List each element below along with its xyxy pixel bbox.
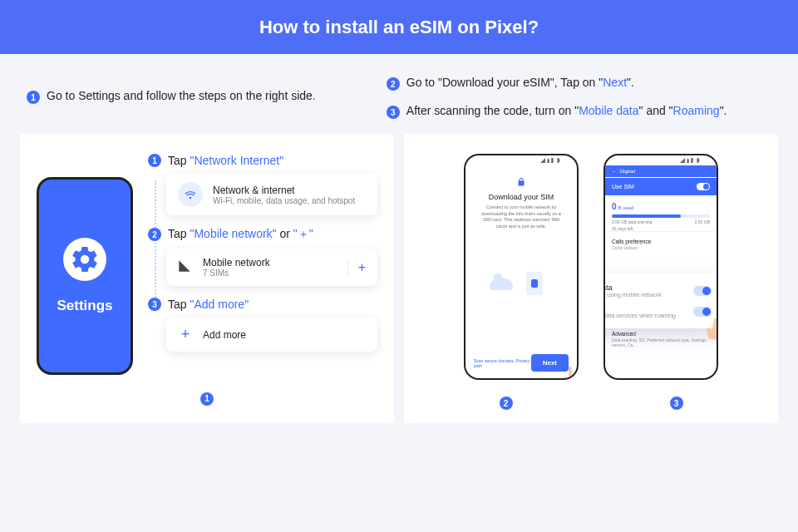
back-arrow-icon[interactable]: ← bbox=[612, 169, 617, 174]
settings-phone: Settings bbox=[37, 177, 133, 375]
mobile-data-toggle[interactable] bbox=[693, 286, 712, 296]
card-title: Mobile network bbox=[203, 257, 270, 268]
card-title: Add more bbox=[203, 329, 246, 341]
roaming-sub: Connect to data services when roaming bbox=[603, 313, 676, 318]
step1-badge: 1 bbox=[148, 154, 161, 167]
toggle-on-icon[interactable] bbox=[697, 183, 710, 190]
next-link: Next bbox=[603, 76, 627, 89]
panels: Settings 1 Tap "Network Internet" Networ… bbox=[0, 134, 798, 446]
carrier-name: Digicel bbox=[620, 169, 635, 174]
intro-left: 1 Go to Settings and follow the steps on… bbox=[27, 76, 362, 119]
data-toggles-overlay: Mobile data Access data using mobile net… bbox=[603, 273, 718, 328]
footer-badge-3: 3 bbox=[670, 397, 683, 410]
data-usage-section: 0 B used 2.00 GB data warning2.00 GB 30 … bbox=[605, 195, 717, 231]
intro-right: 2 Go to "Download your eSIM", Tap on "Ne… bbox=[387, 76, 771, 119]
page-header: How to install an eSIM on Pixel? bbox=[0, 0, 798, 54]
pointer-hand-icon bbox=[562, 365, 579, 380]
gear-icon bbox=[63, 238, 106, 281]
card-sub: Wi-Fi, mobile, data usage, and hotspot bbox=[213, 196, 355, 205]
page-title: How to install an eSIM on Pixel? bbox=[259, 17, 539, 38]
data-settings-phone: ←Digicel Use SIM 0 B used 2.00 GB data w… bbox=[603, 154, 718, 380]
step3-badge: 3 bbox=[148, 298, 161, 311]
badge-1: 1 bbox=[27, 91, 40, 104]
network-internet-card[interactable]: Network & internet Wi-Fi, mobile, data u… bbox=[166, 174, 377, 215]
data-meter bbox=[612, 214, 710, 218]
card-sub: 7 SIMs bbox=[203, 268, 270, 278]
privacy-links[interactable]: Scan secure domains. Privacy path bbox=[474, 358, 531, 368]
roaming-title: Roaming bbox=[603, 304, 676, 313]
signal-icon bbox=[178, 259, 193, 275]
intro-step3: 3 After scanning the code, turn on "Mobi… bbox=[387, 104, 771, 119]
status-bar bbox=[605, 155, 717, 165]
panel-2: Download your SIM Connect to your mobile… bbox=[404, 134, 778, 423]
network-internet-link: "Network Internet" bbox=[190, 154, 283, 167]
download-text: Connect to your mobile network by downlo… bbox=[474, 204, 569, 230]
data-used-label: B used bbox=[618, 205, 634, 210]
add-more-link: "Add more" bbox=[190, 298, 249, 311]
card-title: Network & internet bbox=[213, 185, 355, 196]
intro-section: 1 Go to Settings and follow the steps on… bbox=[0, 54, 798, 134]
settings-label: Settings bbox=[57, 298, 112, 314]
plus-icon[interactable]: + bbox=[347, 260, 366, 275]
wifi-icon bbox=[178, 182, 203, 207]
roaming-link: Roaming bbox=[673, 104, 720, 117]
mobile-data-row[interactable]: Mobile data Access data using mobile net… bbox=[603, 280, 712, 301]
panel1-footer: 1 bbox=[37, 390, 377, 406]
mobile-data-title: Mobile data bbox=[603, 283, 662, 292]
data-used-value: 0 bbox=[612, 202, 617, 211]
mobile-network-card[interactable]: Mobile network 7 SIMs + bbox=[166, 249, 377, 286]
sim-card-icon bbox=[526, 272, 543, 295]
badge-2: 2 bbox=[387, 77, 400, 91]
panel1-step2: 2 Tap "Mobile network" or "＋" Mobile net… bbox=[148, 227, 377, 286]
lock-icon bbox=[474, 177, 569, 188]
intro-step1-text: Go to Settings and follow the steps on t… bbox=[47, 89, 316, 102]
footer-badge-1: 1 bbox=[200, 392, 214, 406]
intro-step2: 2 Go to "Download your eSIM", Tap on "Ne… bbox=[387, 76, 771, 91]
use-sim-row[interactable]: Use SIM bbox=[605, 178, 717, 195]
download-title: Download your SIM bbox=[474, 193, 569, 201]
download-sim-phone: Download your SIM Connect to your mobile… bbox=[464, 154, 579, 380]
mobile-network-link: "Mobile network" bbox=[190, 227, 276, 240]
panel-1: Settings 1 Tap "Network Internet" Networ… bbox=[20, 134, 394, 423]
roaming-row[interactable]: Roaming Connect to data services when ro… bbox=[603, 301, 712, 322]
add-more-card[interactable]: + Add more bbox=[166, 318, 377, 352]
mobile-data-link: Mobile data bbox=[579, 104, 638, 117]
plus-link: "＋" bbox=[293, 227, 313, 240]
intro-step2-text: Go to "Download your eSIM", Tap on "Next… bbox=[406, 76, 634, 89]
cloud-icon bbox=[490, 278, 513, 290]
badge-3: 3 bbox=[387, 106, 400, 119]
step2-badge: 2 bbox=[148, 228, 161, 241]
status-bar bbox=[466, 155, 577, 165]
panel1-step1: 1 Tap "Network Internet" Network & inter… bbox=[148, 154, 377, 215]
carrier-header: ←Digicel bbox=[605, 165, 717, 177]
panel2-footer: 2 3 bbox=[421, 395, 761, 410]
calls-pref-row[interactable]: Calls preference China Unicom bbox=[605, 231, 717, 257]
plus-icon: + bbox=[178, 326, 193, 343]
panel1-step3: 3 Tap "Add more" + Add more bbox=[148, 298, 377, 352]
download-graphic bbox=[488, 262, 554, 295]
footer-badge-2: 2 bbox=[500, 397, 513, 410]
mobile-data-sub: Access data using mobile network bbox=[603, 292, 662, 298]
panel1-steps: 1 Tap "Network Internet" Network & inter… bbox=[148, 154, 377, 375]
intro-step3-text: After scanning the code, turn on "Mobile… bbox=[406, 104, 727, 117]
